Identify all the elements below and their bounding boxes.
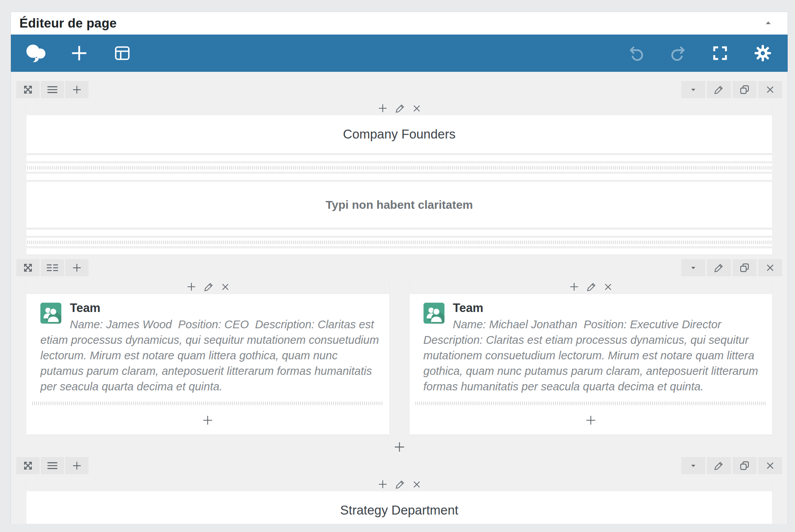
builder-row-3: Strategy Department xyxy=(16,457,783,524)
row-3-toolbar-left xyxy=(16,457,89,474)
header-widget-title: Company Founders xyxy=(343,127,456,142)
row-3-toolbar-right xyxy=(681,457,782,474)
cell-add-widget-button[interactable] xyxy=(585,414,597,426)
row-add-widget-button[interactable] xyxy=(65,259,89,276)
widget-action-bar xyxy=(26,279,389,294)
row-duplicate-button[interactable] xyxy=(733,457,757,474)
builder-row-1: Company Founders Typi non habent clarita… xyxy=(16,81,783,255)
dotted-line xyxy=(27,241,771,244)
builder-toolbar-right xyxy=(628,44,772,62)
widget-body: Typi non habent claritatem xyxy=(26,182,772,228)
header-widget-title: Strategy Department xyxy=(340,503,458,518)
widget-text[interactable]: Typi non habent claritatem xyxy=(26,182,772,228)
redo-button[interactable] xyxy=(670,45,687,62)
row-1-toolbar xyxy=(16,81,782,98)
widget-body: Company Founders xyxy=(26,115,772,153)
siteorigin-logo-icon xyxy=(24,43,49,63)
dotted-line xyxy=(415,402,767,405)
team-widget-title: Team xyxy=(40,301,381,315)
widget-add-icon[interactable] xyxy=(186,281,197,293)
widget-delete-icon[interactable] xyxy=(412,480,422,489)
fullscreen-button[interactable] xyxy=(712,45,729,62)
widget-add-icon[interactable] xyxy=(568,281,580,293)
row-2-toolbar-left xyxy=(16,259,89,276)
team-widget-icon xyxy=(424,303,444,324)
widget-edit-icon[interactable] xyxy=(586,281,597,292)
widget-bottom-dropzone xyxy=(415,400,767,406)
row-add-widget-button[interactable] xyxy=(65,81,89,98)
add-row-button[interactable] xyxy=(393,440,406,454)
row-add-widget-button[interactable] xyxy=(65,457,89,474)
widget-company-founders[interactable]: Company Founders xyxy=(26,101,772,153)
row-duplicate-button[interactable] xyxy=(733,81,757,98)
row-dropdown-button[interactable] xyxy=(681,81,705,98)
row-duplicate-button[interactable] xyxy=(733,259,757,276)
collapse-toggle-button[interactable] xyxy=(759,14,778,33)
row-2-cells: Team Name: James Wood Position: CEO Desc… xyxy=(26,279,772,435)
row-move-handle[interactable] xyxy=(16,81,40,98)
widget-strategy-department[interactable]: Strategy Department xyxy=(26,477,772,524)
team-widget[interactable]: Team Name: Michael Jonathan Position: Ex… xyxy=(410,294,772,398)
row-3-toolbar xyxy=(16,457,782,474)
row-2-toolbar xyxy=(16,259,782,276)
row-edit-button[interactable] xyxy=(707,81,731,98)
row-1-cell: Company Founders Typi non habent clarita… xyxy=(26,101,772,255)
team-widget-title: Team xyxy=(424,301,764,315)
widget-add-icon[interactable] xyxy=(377,102,389,114)
widget-edit-icon[interactable] xyxy=(395,479,406,490)
metabox-titlebar: Éditeur de page xyxy=(11,12,788,35)
row-move-handle[interactable] xyxy=(16,259,40,276)
widget-action-bar xyxy=(410,279,772,294)
row-delete-button[interactable] xyxy=(758,457,782,474)
builder-content: Company Founders Typi non habent clarita… xyxy=(11,72,788,524)
widget-action-bar xyxy=(26,477,772,491)
widget-add-icon[interactable] xyxy=(377,478,389,490)
row-1-toolbar-left xyxy=(16,81,89,98)
team-widget[interactable]: Team Name: James Wood Position: CEO Desc… xyxy=(26,294,389,398)
page-title: Éditeur de page xyxy=(19,16,117,31)
widget-delete-icon[interactable] xyxy=(412,104,422,113)
empty-widget-strip[interactable] xyxy=(26,230,772,236)
empty-widget-strip[interactable] xyxy=(26,248,772,255)
divider-widget[interactable] xyxy=(26,163,772,172)
row-edit-button[interactable] xyxy=(707,457,731,474)
team-widget-description: Name: Michael Jonathan Position: Executi… xyxy=(424,317,764,394)
builder-toolbar xyxy=(11,35,788,72)
dotted-line xyxy=(27,166,771,170)
divider-widget[interactable] xyxy=(26,238,772,246)
team-widget-icon xyxy=(40,303,61,324)
widget-body: Strategy Department xyxy=(26,491,772,524)
cell-add-widget-button[interactable] xyxy=(201,414,214,426)
row-1-toolbar-right xyxy=(681,81,782,98)
row-layout-button[interactable] xyxy=(41,457,64,474)
widget-delete-icon[interactable] xyxy=(220,282,230,292)
cell-right: Team Name: Michael Jonathan Position: Ex… xyxy=(410,279,772,435)
row-move-handle[interactable] xyxy=(16,457,40,474)
row-delete-button[interactable] xyxy=(758,259,782,276)
row-dropdown-button[interactable] xyxy=(681,457,705,474)
widget-edit-icon[interactable] xyxy=(203,281,214,292)
widget-delete-icon[interactable] xyxy=(603,282,613,292)
settings-button[interactable] xyxy=(753,44,772,62)
cell-add-widget-area xyxy=(26,406,389,435)
row-2-toolbar-right xyxy=(681,259,782,276)
row-edit-button[interactable] xyxy=(707,259,731,276)
dotted-line xyxy=(32,402,384,405)
empty-widget-strip[interactable] xyxy=(26,155,772,161)
cell-left: Team Name: James Wood Position: CEO Desc… xyxy=(26,279,389,435)
page-builder-panel: Éditeur de page xyxy=(10,12,788,524)
undo-button[interactable] xyxy=(628,45,645,62)
row-layout-button[interactable] xyxy=(41,259,64,276)
widget-edit-icon[interactable] xyxy=(395,103,406,114)
triangle-up-icon xyxy=(764,19,772,28)
row-delete-button[interactable] xyxy=(758,81,782,98)
widget-action-bar xyxy=(26,101,772,115)
cell-add-widget-area xyxy=(410,406,772,435)
empty-widget-strip[interactable] xyxy=(26,174,772,180)
add-widget-button[interactable] xyxy=(69,43,89,63)
row-dropdown-button[interactable] xyxy=(681,259,705,276)
widget-bottom-dropzone xyxy=(31,400,384,406)
text-widget-title: Typi non habent claritatem xyxy=(326,198,473,211)
layouts-button[interactable] xyxy=(113,44,131,62)
row-layout-button[interactable] xyxy=(41,81,64,98)
